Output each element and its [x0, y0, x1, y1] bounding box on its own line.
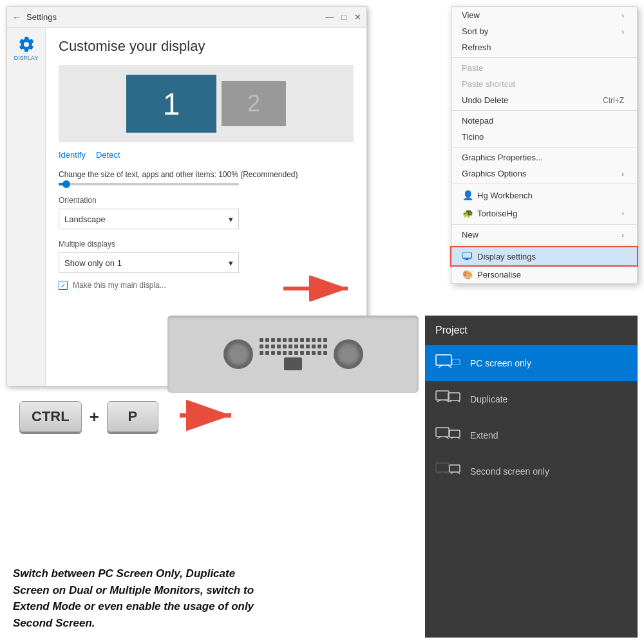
dvi-ring-right: [334, 339, 363, 369]
multiple-displays-label: Multiple displays: [59, 240, 354, 249]
context-item-tortoisehg[interactable]: 🐢 TortoiseHg ›: [451, 204, 637, 222]
slider-label: Change the size of text, apps and other …: [59, 170, 354, 179]
dvi-center: [260, 338, 327, 370]
svg-rect-10: [452, 359, 460, 365]
separator-4: [451, 184, 637, 184]
tortoise-icon: 🐢: [462, 207, 473, 219]
detect-link[interactable]: Detect: [96, 150, 120, 160]
context-item-display-settings[interactable]: Display settings: [451, 247, 637, 265]
dvi-pins-bot: [260, 351, 327, 355]
settings-sidebar: DISPLAY: [7, 28, 46, 386]
identify-link[interactable]: Identify: [59, 150, 86, 160]
bottom-instruction-text: Switch between PC Screen Only, Duplicate…: [13, 565, 270, 631]
context-menu: View › Sort by › Refresh Paste Paste sho…: [451, 6, 638, 284]
graphics-options-arrow: ›: [621, 170, 624, 178]
context-item-paste-shortcut: Paste shortcut: [451, 76, 637, 92]
dvi-pins-mid: [260, 345, 327, 348]
project-item-duplicate[interactable]: Duplicate: [425, 381, 638, 417]
maximize-button[interactable]: □: [341, 12, 346, 22]
separator-3: [451, 147, 637, 147]
window-title: Settings: [26, 12, 325, 22]
sortby-arrow: ›: [621, 28, 624, 35]
svg-rect-1: [466, 258, 468, 260]
separator-5: [451, 224, 637, 225]
duplicate-label: Duplicate: [470, 394, 507, 404]
ctrl-key[interactable]: CTRL: [19, 401, 82, 432]
keyboard-shortcut-area: CTRL + P: [19, 399, 241, 434]
svg-rect-0: [462, 252, 471, 258]
monitor-preview: 1 2: [59, 65, 354, 142]
separator-6: [451, 245, 637, 245]
display-sidebar-label: DISPLAY: [14, 55, 38, 61]
main-display-checkbox[interactable]: ✓: [59, 281, 68, 290]
monitor-icon: [462, 251, 473, 262]
new-arrow: ›: [621, 231, 624, 239]
dvi-ring-left: [223, 339, 253, 369]
dropdown2-chevron: ▾: [229, 258, 233, 268]
link-row: Identify Detect: [59, 150, 354, 160]
context-item-graphics-options[interactable]: Graphics Options ›: [451, 166, 637, 182]
context-item-hg-workbench[interactable]: 👤 Hg Workbench: [451, 186, 637, 204]
project-header: Project: [425, 316, 638, 345]
project-item-extend[interactable]: Extend: [425, 417, 638, 453]
duplicate-icon: [435, 390, 461, 408]
slider-track[interactable]: [59, 183, 239, 185]
orientation-value: Landscape: [64, 214, 106, 224]
context-item-sortby[interactable]: Sort by ›: [451, 23, 637, 39]
svg-rect-14: [448, 393, 460, 401]
tortoise-arrow: ›: [621, 209, 624, 217]
monitor-1[interactable]: 1: [126, 75, 216, 133]
arrow-svg: [277, 276, 361, 301]
separator-2: [451, 110, 637, 111]
pc-screen-only-label: PC screen only: [470, 358, 531, 368]
orientation-dropdown[interactable]: Landscape ▾: [59, 209, 239, 229]
view-arrow: ›: [621, 12, 624, 19]
context-item-new[interactable]: New ›: [451, 227, 637, 243]
close-button[interactable]: ✕: [354, 12, 361, 22]
plus-sign: +: [90, 407, 99, 427]
title-bar: ← Settings — □ ✕: [7, 7, 366, 28]
multiple-displays-dropdown[interactable]: Show only on 1 ▾: [59, 252, 239, 273]
extend-icon: [435, 426, 461, 444]
dvi-bar: [284, 357, 302, 370]
red-arrow-horizontal: [277, 276, 361, 301]
back-button[interactable]: ←: [12, 12, 21, 23]
context-item-undo-delete[interactable]: Undo Delete Ctrl+Z: [451, 92, 637, 108]
context-item-graphics-properties[interactable]: Graphics Properties...: [451, 149, 637, 166]
second-screen-label: Second screen only: [470, 466, 549, 477]
project-panel: Project PC screen only Duplicate: [425, 316, 638, 638]
svg-rect-7: [436, 355, 451, 365]
context-item-personalise[interactable]: 🎨 Personalise: [451, 265, 637, 283]
svg-rect-23: [436, 463, 449, 472]
dropdown-chevron: ▾: [229, 214, 233, 224]
context-item-ticino[interactable]: Ticino: [451, 129, 637, 145]
extend-label: Extend: [470, 430, 498, 440]
pc-screen-only-icon: [435, 354, 461, 372]
slider-thumb: [62, 180, 70, 188]
svg-rect-11: [436, 391, 449, 400]
check-mark: ✓: [61, 282, 66, 289]
project-item-pc-screen-only[interactable]: PC screen only: [425, 345, 638, 381]
svg-rect-20: [450, 430, 460, 437]
svg-rect-26: [450, 465, 460, 472]
page-title: Customise your display: [59, 38, 354, 55]
context-item-notepad[interactable]: Notepad: [451, 113, 637, 129]
gear-icon: [17, 35, 35, 53]
p-key[interactable]: P: [107, 401, 158, 432]
context-item-refresh[interactable]: Refresh: [451, 39, 637, 55]
checkbox-label: Make this my main displa...: [73, 281, 166, 290]
project-item-second-screen[interactable]: Second screen only: [425, 453, 638, 489]
context-item-view[interactable]: View ›: [451, 7, 637, 23]
orientation-label: Orientation: [59, 196, 354, 205]
dvi-pins-top: [260, 338, 327, 342]
dvi-connector: [223, 338, 363, 370]
keyboard-red-arrow: [176, 399, 241, 434]
minimize-button[interactable]: —: [325, 12, 334, 22]
monitor-2[interactable]: 2: [222, 81, 286, 126]
paint-icon: 🎨: [462, 269, 473, 280]
svg-rect-2: [464, 260, 469, 260]
undo-shortcut: Ctrl+Z: [603, 96, 624, 105]
window-controls: — □ ✕: [325, 12, 361, 22]
multiple-displays-value: Show only on 1: [64, 258, 122, 268]
separator-1: [451, 57, 637, 58]
